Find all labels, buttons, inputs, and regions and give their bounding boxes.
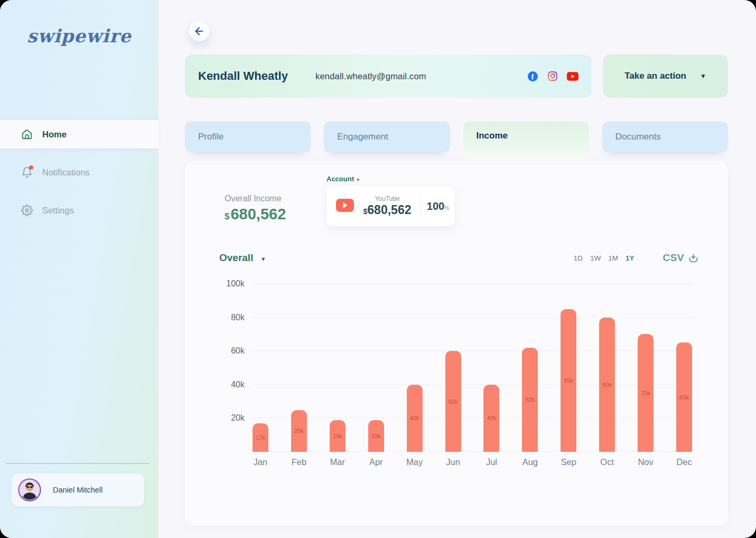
bell-icon <box>21 166 33 178</box>
chevron-down-icon: ▼ <box>356 178 360 182</box>
x-tick-label-feb: Feb <box>291 457 307 467</box>
x-tick-label-aug: Aug <box>522 457 538 467</box>
chart-x-axis: JanFebMarAprMayJunJulAugSepOctNovDec <box>253 457 692 467</box>
bar-mar: 19k <box>330 420 346 452</box>
x-tick-label-sep: Sep <box>561 457 576 467</box>
bar-nov: 70k <box>638 334 654 452</box>
bar-jun: 60k <box>445 351 461 452</box>
home-icon <box>21 128 33 140</box>
sidebar-nav: Home Notifications <box>0 120 158 225</box>
x-tick-label-mar: Mar <box>330 457 346 467</box>
y-tick-label: 60k <box>213 346 245 356</box>
sidebar-bottom: Daniel Mitchell <box>5 463 150 506</box>
x-tick-label-oct: Oct <box>599 457 615 467</box>
youtube-account-card[interactable]: YouTube $680,562 100% <box>326 186 455 226</box>
bar-dec: 65k <box>676 342 692 452</box>
income-panel: Overall Income $680,562 Account ▼ <box>185 161 728 526</box>
range-button-1w[interactable]: 1W <box>590 254 601 262</box>
app-window: swipewire Home <box>0 0 756 538</box>
instagram-icon[interactable] <box>547 70 558 82</box>
x-tick-label-apr: Apr <box>368 457 384 467</box>
bar-feb: 25k <box>291 410 307 452</box>
x-tick-label-jan: Jan <box>253 457 268 467</box>
bar-value-label: 60k <box>449 398 458 405</box>
creator-email: kendall.wheatly@gmail.com <box>315 71 426 81</box>
bar-value-label: 65k <box>679 394 689 401</box>
sidebar-item-home[interactable]: Home <box>0 120 158 149</box>
sidebar-item-label: Home <box>42 129 67 140</box>
bar-value-label: 85k <box>564 377 573 384</box>
bar-value-label: 40k <box>410 415 419 421</box>
account-selector: Account ▼ YouTube $680,562 <box>326 175 455 226</box>
range-button-1y[interactable]: 1Y <box>626 254 634 262</box>
chart-range-controls: 1D1W1M1Y CSV <box>574 252 699 264</box>
income-bar-chart: 20k40k60k80k100k17k25k19k19k40k60k40k62k… <box>253 284 692 467</box>
bar-value-label: 40k <box>487 415 497 421</box>
sidebar-item-label: Settings <box>42 206 74 216</box>
bar-aug: 62k <box>522 348 538 452</box>
bar-value-label: 25k <box>294 428 304 434</box>
overall-income-value: $680,562 <box>225 206 286 223</box>
percent-value: 100 <box>427 200 444 212</box>
current-user-card[interactable]: Daniel Mitchell <box>12 474 144 506</box>
brand-logo: swipewire <box>0 25 158 47</box>
youtube-icon[interactable] <box>567 70 578 82</box>
take-action-button[interactable]: Take an action ▼ <box>603 54 728 98</box>
csv-export-button[interactable]: CSV <box>662 252 699 264</box>
creator-name: Kendall Wheatly <box>198 69 315 83</box>
tabs-row: Profile Engagement Income Documents <box>185 122 728 152</box>
tab-label: Profile <box>198 132 223 142</box>
x-tick-label-jul: Jul <box>483 457 499 467</box>
header-row: Kendall Wheatly kendall.wheatly@gmail.co… <box>185 54 728 98</box>
account-dropdown-label: Account <box>326 175 354 183</box>
chart-plot: 20k40k60k80k100k17k25k19k19k40k60k40k62k… <box>253 284 692 452</box>
bar-jul: 40k <box>483 385 499 452</box>
platform-income-amount: 680,562 <box>367 203 411 217</box>
x-tick-label-nov: Nov <box>638 457 654 467</box>
sidebar-item-settings[interactable]: Settings <box>0 196 158 225</box>
facebook-icon[interactable]: f <box>527 70 538 82</box>
bar-jan: 17k <box>253 423 268 452</box>
bar-value-label: 19k <box>371 433 381 439</box>
range-button-1d[interactable]: 1D <box>574 254 583 262</box>
x-tick-label-jun: Jun <box>445 457 461 467</box>
bar-oct: 80k <box>599 318 615 452</box>
tab-profile[interactable]: Profile <box>185 122 311 152</box>
chart-header: Overall ▼ 1D1W1M1Y CSV <box>219 252 699 264</box>
take-action-label: Take an action <box>624 71 686 81</box>
x-tick-label-may: May <box>407 457 423 467</box>
range-buttons: 1D1W1M1Y <box>574 254 634 262</box>
creator-header-card: Kendall Wheatly kendall.wheatly@gmail.co… <box>185 54 592 98</box>
sidebar: swipewire Home <box>0 0 158 538</box>
arrow-left-icon <box>193 25 205 37</box>
chevron-down-icon: ▼ <box>260 256 266 262</box>
youtube-icon <box>336 199 354 214</box>
youtube-income: YouTube $680,562 <box>354 195 421 217</box>
series-dropdown[interactable]: Overall ▼ <box>219 252 266 264</box>
range-button-1m[interactable]: 1M <box>608 254 618 262</box>
social-links: f <box>527 70 578 82</box>
tab-label: Engagement <box>337 132 388 142</box>
sidebar-item-notifications[interactable]: Notifications <box>0 158 158 187</box>
x-tick-label-dec: Dec <box>676 457 692 467</box>
bars-row: 17k25k19k19k40k60k40k62k85k80k70k65k <box>253 284 692 452</box>
tab-income[interactable]: Income <box>463 122 589 160</box>
tab-label: Income <box>477 131 508 141</box>
platform-income-percent: 100% <box>421 200 455 212</box>
percent-unit: % <box>444 205 449 211</box>
bar-value-label: 70k <box>641 390 650 396</box>
overall-income-summary: Overall Income $680,562 <box>225 194 286 223</box>
bar-sep: 85k <box>561 309 576 452</box>
csv-label: CSV <box>662 252 684 264</box>
y-tick-label: 40k <box>213 380 245 389</box>
platform-name: YouTube <box>354 195 421 202</box>
tab-engagement[interactable]: Engagement <box>324 122 450 152</box>
tab-documents[interactable]: Documents <box>602 122 728 152</box>
back-button[interactable] <box>189 21 209 41</box>
sidebar-item-label: Notifications <box>42 168 90 178</box>
account-dropdown[interactable]: Account ▼ <box>326 175 455 183</box>
currency-symbol: $ <box>225 211 229 221</box>
tab-label: Documents <box>615 132 661 142</box>
download-icon <box>688 253 699 264</box>
y-tick-label: 20k <box>213 413 245 423</box>
